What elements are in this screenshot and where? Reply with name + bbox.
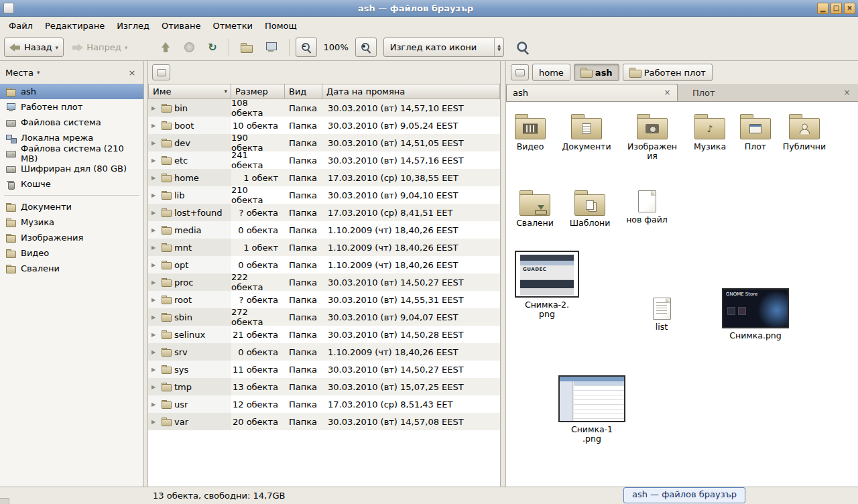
reload-button[interactable]: ↻ bbox=[202, 38, 222, 57]
icon-item-snimka[interactable]: GNOME Store Снимка.png bbox=[718, 288, 793, 340]
icon-item-public[interactable]: Публични bbox=[780, 113, 829, 151]
icon-item-templates[interactable]: Шаблони bbox=[566, 189, 613, 228]
expander-icon[interactable]: ▶ bbox=[151, 367, 158, 373]
tab-close-icon[interactable]: × bbox=[662, 87, 673, 99]
window-menu-icon[interactable] bbox=[3, 3, 14, 13]
tab-desktop[interactable]: Плот × bbox=[678, 84, 858, 101]
sidebar-item-documents[interactable]: Документи bbox=[0, 199, 143, 214]
path-button-home[interactable]: home bbox=[532, 64, 570, 81]
home-button[interactable] bbox=[235, 38, 257, 57]
table-row[interactable]: ▶ dev 190 обекта Папка 30.03.2010 (вт) 1… bbox=[148, 134, 500, 151]
sidebar-item-filesystem-210mb[interactable]: Файлова система (210 MB) bbox=[0, 145, 143, 161]
menu-edit[interactable]: Редактиране bbox=[39, 18, 111, 34]
search-button[interactable] bbox=[512, 38, 534, 57]
up-button[interactable] bbox=[154, 38, 176, 57]
view-mode-select[interactable]: Изглед като икони ▲▼ bbox=[383, 38, 504, 57]
expander-icon[interactable]: ▶ bbox=[151, 262, 158, 268]
expander-icon[interactable]: ▶ bbox=[151, 227, 158, 233]
maximize-button[interactable]: □ bbox=[831, 3, 842, 14]
icon-item-desktop[interactable]: Плот bbox=[734, 113, 777, 151]
table-row[interactable]: ▶ boot 10 обекта Папка 30.03.2010 (вт) 9… bbox=[148, 117, 500, 134]
sidebar-item-ash[interactable]: ash bbox=[0, 84, 143, 99]
icon-item-new-file[interactable]: нов файл bbox=[625, 190, 668, 225]
expander-icon[interactable]: ▶ bbox=[151, 279, 158, 286]
close-button[interactable]: × bbox=[844, 3, 855, 14]
expander-icon[interactable]: ▶ bbox=[151, 192, 158, 198]
table-row[interactable]: ▶ media 0 обекта Папка 1.10.2009 (чт) 18… bbox=[148, 221, 500, 239]
table-row[interactable]: ▶ srv 0 обекта Папка 1.10.2009 (чт) 18,4… bbox=[148, 343, 500, 361]
expander-icon[interactable]: ▶ bbox=[151, 332, 158, 338]
table-row[interactable]: ▶ proc 222 обекта Папка 30.03.2010 (вт) … bbox=[148, 273, 500, 291]
sidebar-item-music[interactable]: Музика bbox=[0, 214, 143, 230]
sidebar-item-desktop[interactable]: Работен плот bbox=[0, 99, 143, 115]
table-row[interactable]: ▶ root ? обекта Папка 30.03.2010 (вт) 14… bbox=[148, 291, 500, 308]
pane-location-button[interactable] bbox=[152, 64, 170, 80]
tab-close-icon[interactable]: × bbox=[841, 87, 853, 99]
computer-button[interactable] bbox=[260, 38, 283, 57]
icon-item-images[interactable]: Изображения bbox=[627, 113, 678, 162]
path-root-button[interactable] bbox=[511, 64, 529, 80]
table-row[interactable]: ▶ sbin 272 обекта Папка 30.03.2010 (вт) … bbox=[148, 308, 500, 326]
table-row[interactable]: ▶ lost+found ? обекта Папка 17.03.2010 (… bbox=[148, 204, 500, 221]
resize-grip[interactable] bbox=[0, 498, 9, 504]
icon-item-music[interactable]: ♪ Музика bbox=[688, 113, 731, 151]
expander-icon[interactable]: ▶ bbox=[151, 314, 158, 320]
icon-item-list[interactable]: list bbox=[641, 298, 682, 332]
menu-bookmarks[interactable]: Отметки bbox=[206, 18, 258, 34]
expander-icon[interactable]: ▶ bbox=[151, 105, 158, 111]
view-mode-spinner-icon[interactable]: ▲▼ bbox=[494, 38, 503, 56]
sidebar-caret-icon[interactable]: ▾ bbox=[37, 69, 40, 76]
back-history-caret-icon[interactable]: ▾ bbox=[56, 44, 59, 51]
column-header-type[interactable]: Вид bbox=[285, 84, 322, 99]
expander-icon[interactable]: ▶ bbox=[151, 140, 158, 146]
table-row[interactable]: ▶ lib 210 обекта Папка 30.03.2010 (вт) 9… bbox=[148, 186, 500, 204]
icon-item-documents[interactable]: Документи bbox=[560, 113, 613, 151]
expander-icon[interactable]: ▶ bbox=[151, 158, 158, 164]
sidebar-close-icon[interactable]: × bbox=[126, 68, 138, 78]
expander-icon[interactable]: ▶ bbox=[151, 210, 158, 216]
table-row[interactable]: ▶ etc 241 обекта Папка 30.03.2010 (вт) 1… bbox=[148, 151, 500, 169]
sidebar-item-images[interactable]: Изображения bbox=[0, 230, 143, 245]
table-row[interactable]: ▶ bin 108 обекта Папка 30.03.2010 (вт) 1… bbox=[148, 99, 500, 117]
table-row[interactable]: ▶ selinux 21 обекта Папка 30.03.2010 (вт… bbox=[148, 326, 500, 343]
icon-item-downloads[interactable]: Свалени bbox=[513, 189, 556, 228]
sidebar-item-filesystem[interactable]: Файлова система bbox=[0, 115, 143, 130]
expander-icon[interactable]: ▶ bbox=[151, 175, 158, 181]
forward-button[interactable]: Напред ▾ bbox=[66, 38, 133, 57]
column-header-size[interactable]: Размер bbox=[231, 84, 285, 99]
table-row[interactable]: ▶ home 1 обект Папка 17.03.2010 (ср) 10,… bbox=[148, 169, 500, 186]
path-button-desktop[interactable]: Работен плот bbox=[623, 64, 713, 81]
stop-button[interactable] bbox=[179, 38, 200, 57]
menu-view[interactable]: Изглед bbox=[111, 18, 156, 34]
zoom-in-button[interactable] bbox=[355, 38, 377, 57]
minimize-button[interactable]: ▁ bbox=[817, 3, 829, 14]
table-row[interactable]: ▶ mnt 1 обект Папка 1.10.2009 (чт) 18,40… bbox=[148, 239, 500, 256]
pane-splitter[interactable] bbox=[501, 61, 506, 487]
sidebar-item-downloads[interactable]: Свалени bbox=[0, 261, 143, 276]
table-row[interactable]: ▶ tmp 13 обекта Папка 30.03.2010 (вт) 15… bbox=[148, 378, 500, 395]
icon-item-snimka-1[interactable]: Снимка-1.png bbox=[557, 375, 627, 444]
back-button[interactable]: Назад ▾ bbox=[4, 38, 64, 57]
table-row[interactable]: ▶ sys 11 обекта Папка 30.03.2010 (вт) 14… bbox=[148, 361, 500, 378]
expander-icon[interactable]: ▶ bbox=[151, 349, 158, 355]
icon-item-snimka-2[interactable]: GUADEC Снимка-2.png bbox=[513, 251, 581, 320]
sidebar-item-trash[interactable]: Кошче bbox=[0, 176, 143, 192]
path-button-ash[interactable]: ash bbox=[574, 64, 619, 81]
expander-icon[interactable]: ▶ bbox=[151, 401, 158, 407]
table-row[interactable]: ▶ opt 0 обекта Папка 1.10.2009 (чт) 18,4… bbox=[148, 256, 500, 273]
column-header-date[interactable]: Дата на промяна bbox=[322, 84, 500, 99]
sidebar-item-encrypted[interactable]: Шифриран дял (80 GB) bbox=[0, 161, 143, 176]
expander-icon[interactable]: ▶ bbox=[151, 123, 158, 129]
expander-icon[interactable]: ▶ bbox=[151, 384, 158, 390]
expander-icon[interactable]: ▶ bbox=[151, 419, 158, 425]
column-header-name[interactable]: Име ▾ bbox=[148, 84, 231, 99]
menu-go[interactable]: Отиване bbox=[156, 18, 206, 34]
table-row[interactable]: ▶ usr 12 обекта Папка 17.03.2010 (ср) 8,… bbox=[148, 395, 500, 413]
expander-icon[interactable]: ▶ bbox=[151, 297, 158, 303]
zoom-out-button[interactable] bbox=[296, 38, 317, 57]
taskbar-window-button[interactable]: ash — файлов браузър bbox=[623, 487, 745, 503]
tab-ash[interactable]: ash × bbox=[506, 84, 678, 101]
icon-item-video[interactable]: Видео bbox=[509, 113, 552, 151]
sidebar-item-video[interactable]: Видео bbox=[0, 245, 143, 261]
sidebar-title[interactable]: Места bbox=[5, 68, 34, 78]
